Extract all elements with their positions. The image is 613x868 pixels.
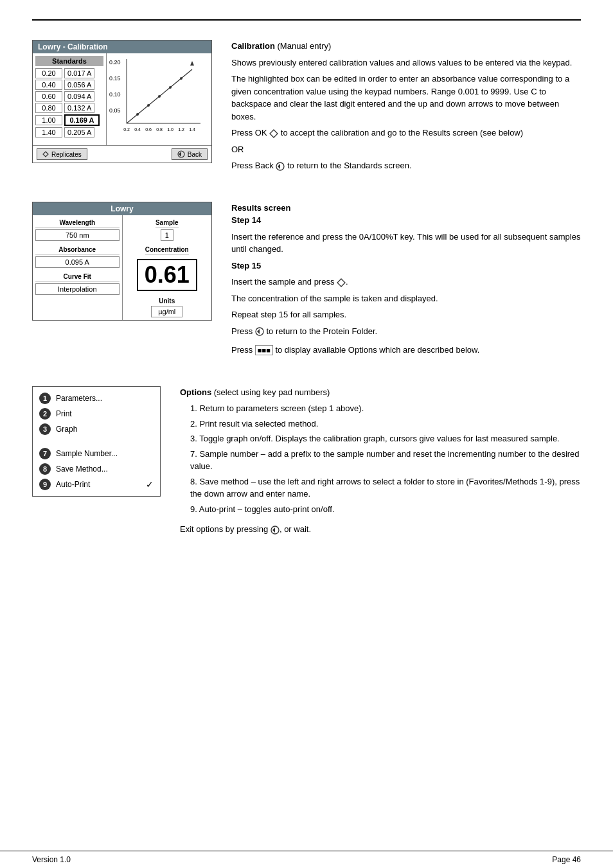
results-text-block: Results screen Step 14 Insert the refere… xyxy=(231,202,581,360)
svg-text:0.8: 0.8 xyxy=(156,127,163,132)
svg-text:1.4: 1.4 xyxy=(189,127,195,132)
page-number-label: Page 46 xyxy=(552,855,581,864)
step15-label: Step 15 xyxy=(231,261,261,270)
options-subheading: (select using key pad numbers) xyxy=(214,387,330,397)
svg-point-2 xyxy=(136,113,139,116)
svg-point-6 xyxy=(180,77,182,80)
calibration-table: Standards 0.200.017 A0.400.056 A0.600.09… xyxy=(33,53,107,145)
absorbance-label: Absorbance xyxy=(35,245,120,255)
options-item[interactable]: 9Auto-Print✓ xyxy=(33,477,160,492)
calibration-graph: 0.20 0.15 0.10 0.05 xyxy=(107,53,211,145)
options-list-item: 8. Save method – use the left and right … xyxy=(180,475,581,500)
options-item-label: Save Method... xyxy=(56,465,108,474)
options-item[interactable]: 8Save Method... xyxy=(33,461,160,477)
calib-conc: 1.40 xyxy=(35,127,62,137)
press-options-text: Press ■■■ to display available Options w… xyxy=(231,344,581,357)
calibration-para2: The highlighted box can be edited in ord… xyxy=(231,73,581,123)
replicates-button[interactable]: Replicates xyxy=(37,148,87,160)
options-item-label: Auto-Print xyxy=(56,480,90,489)
calib-row: 1.400.205 A xyxy=(35,127,103,137)
options-list-item: 2. Print result via selected method. xyxy=(180,418,581,430)
options-heading: Options xyxy=(180,387,211,397)
exit-circle-icon xyxy=(271,526,280,535)
calib-abs: 0.056 A xyxy=(64,80,94,90)
options-list-item: 3. Toggle graph on/off. Displays the cal… xyxy=(180,432,581,445)
standards-header: Standards xyxy=(35,56,103,66)
insert-diamond-icon xyxy=(337,278,346,287)
diamond-icon xyxy=(42,151,49,157)
units-label: Units xyxy=(159,297,175,305)
sample-value: 1 xyxy=(161,229,173,241)
options-item-label: Print xyxy=(56,409,72,418)
svg-text:0.6: 0.6 xyxy=(145,127,152,132)
calibration-para3: Press OK to accept the calibration and g… xyxy=(231,127,581,139)
calibration-buttons: Replicates Back xyxy=(33,145,211,163)
exit-options-text: Exit options by pressing , or wait. xyxy=(180,523,581,536)
svg-point-5 xyxy=(169,86,172,89)
options-item[interactable]: 7Sample Number... xyxy=(33,446,160,461)
calib-abs: 0.132 A xyxy=(64,103,94,113)
concentration-value: 0.61 xyxy=(137,259,197,291)
options-item-num: 2 xyxy=(39,408,51,420)
calib-row: 0.200.017 A xyxy=(35,68,103,78)
options-item-num: 7 xyxy=(39,448,51,459)
svg-marker-20 xyxy=(278,164,280,169)
calib-row: 1.000.169 A xyxy=(35,114,103,126)
results-panel: Lowry Wavelength 750 nm Absorbance 0.095… xyxy=(32,202,212,321)
absorbance-value: 0.095 A xyxy=(35,256,120,268)
options-item[interactable]: 2Print xyxy=(33,406,160,421)
calib-abs: 0.094 A xyxy=(64,91,94,102)
options-item-label: Sample Number... xyxy=(56,449,118,458)
calibration-para1: Shows previously entered calibration val… xyxy=(231,57,581,69)
svg-text:1.2: 1.2 xyxy=(178,127,184,132)
svg-marker-18 xyxy=(270,130,278,137)
results-right-col: Sample 1 Concentration 0.61 Units µg/ml xyxy=(123,215,212,320)
calib-conc: 0.60 xyxy=(35,91,62,102)
svg-text:0.2: 0.2 xyxy=(123,127,130,132)
svg-marker-21 xyxy=(337,279,345,287)
options-item[interactable]: 3Graph xyxy=(33,421,160,437)
results-screen-label: Results screen xyxy=(231,203,291,213)
calib-abs: 0.169 A xyxy=(64,114,100,126)
svg-marker-25 xyxy=(272,527,275,533)
concentration-label: Concentration xyxy=(145,245,189,255)
calib-conc: 1.00 xyxy=(35,115,62,125)
calibration-panel: Lowry - Calibration Standards 0.200.017 … xyxy=(32,40,212,163)
results-left-col: Wavelength 750 nm Absorbance 0.095 A Cur… xyxy=(33,215,123,320)
step14-text: Insert the reference and press the 0A/10… xyxy=(231,231,581,256)
return-circle-icon xyxy=(255,327,264,336)
svg-text:0.4: 0.4 xyxy=(134,127,141,132)
calibration-subheading: (Manual entry) xyxy=(278,41,332,51)
version-label: Version 1.0 xyxy=(32,855,71,864)
options-item-check: ✓ xyxy=(146,479,154,490)
calib-row: 0.800.132 A xyxy=(35,103,103,113)
svg-marker-14 xyxy=(190,61,194,66)
back-circle-text-icon xyxy=(276,162,285,171)
calib-conc: 0.20 xyxy=(35,68,62,78)
wavelength-value: 750 nm xyxy=(35,229,120,241)
ok-diamond-icon xyxy=(269,129,278,138)
back-button[interactable]: Back xyxy=(172,148,208,160)
step15-return: Press to return to the Protein Folder. xyxy=(231,325,581,338)
options-item[interactable]: 1Parameters... xyxy=(33,391,160,406)
svg-text:1.0: 1.0 xyxy=(167,127,173,132)
options-item-label: Graph xyxy=(56,425,77,434)
calib-abs: 0.017 A xyxy=(64,68,94,78)
calib-row: 0.400.056 A xyxy=(35,80,103,90)
step15-repeat: Repeat step 15 for all samples. xyxy=(231,308,581,321)
step15-text: Insert the sample and press . xyxy=(231,276,581,288)
svg-point-4 xyxy=(158,95,161,98)
calibration-back-text: Press Back to return to the Standards sc… xyxy=(231,159,581,172)
step15-cont: The concentration of the sample is taken… xyxy=(231,292,581,305)
calib-conc: 0.80 xyxy=(35,103,62,113)
calib-row: 0.600.094 A xyxy=(35,91,103,102)
options-item-label: Parameters... xyxy=(56,394,102,403)
calibration-text-block: Calibration (Manual entry) Shows previou… xyxy=(231,40,581,176)
options-list-item: 1. Return to parameters screen (step 1 a… xyxy=(180,402,581,415)
options-list-item: 9. Auto-print – toggles auto-print on/of… xyxy=(180,503,581,516)
svg-marker-15 xyxy=(43,152,48,157)
svg-point-3 xyxy=(147,104,150,107)
options-panel: 1Parameters...2Print3Graph7Sample Number… xyxy=(32,386,161,497)
options-item-num: 1 xyxy=(39,393,51,404)
options-text-block: Options (select using key pad numbers) 1… xyxy=(180,386,581,540)
